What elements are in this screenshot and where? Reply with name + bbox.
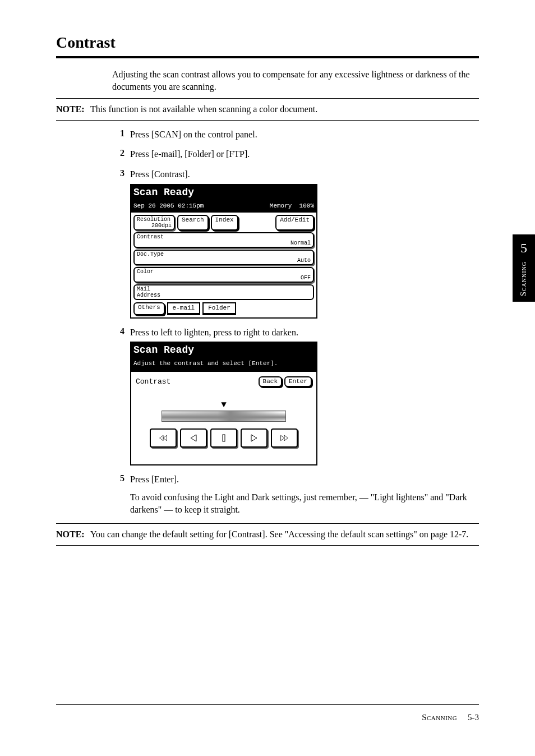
contrast-label: Contrast xyxy=(136,377,170,387)
step-number: 4 xyxy=(112,326,124,336)
slider-pointer-icon: ▼ xyxy=(136,400,312,409)
chapter-label: Scanning xyxy=(519,261,528,296)
step-number: 2 xyxy=(112,148,124,158)
lcd-screen-scan-ready: Scan Ready Sep 26 2005 02:15pm Memory 10… xyxy=(130,184,317,319)
step-body: Press [Enter]. To avoid confusing the Li… xyxy=(130,473,479,515)
mail-address-button[interactable]: Mail Address xyxy=(133,284,314,300)
step-extra-text: To avoid confusing the Light and Dark se… xyxy=(130,491,479,515)
step-text: Press [Enter]. xyxy=(130,473,479,486)
lcd-bottom-row: Others e-mail Folder xyxy=(133,302,314,315)
lcd-subtitle: Adjust the contrast and select [Enter]. xyxy=(130,358,317,371)
title-rule xyxy=(56,56,479,58)
step-number: 1 xyxy=(112,128,124,139)
step-4: 4 Press to left to lighten, press to rig… xyxy=(112,326,479,466)
darken-button[interactable] xyxy=(241,428,268,448)
right-arrow-icon xyxy=(250,434,259,442)
step-text: Press [Contrast]. xyxy=(130,169,190,179)
step-3: 3 Press [Contrast]. Scan Ready Sep 26 20… xyxy=(112,168,479,319)
lcd-memory: Memory 100% xyxy=(270,202,314,210)
search-button[interactable]: Search xyxy=(177,215,209,231)
index-button[interactable]: Index xyxy=(211,215,238,231)
steps-list: 1 Press [SCAN] on the control panel. 2 P… xyxy=(112,128,479,515)
lcd-screen-contrast: Scan Ready Adjust the contrast and selec… xyxy=(130,342,317,465)
lighten-fast-button[interactable] xyxy=(150,428,177,448)
divider xyxy=(56,523,479,524)
step-number: 3 xyxy=(112,168,124,178)
email-tab[interactable]: e-mail xyxy=(167,302,201,315)
footer-text: Scanning 5-3 xyxy=(56,713,479,722)
double-right-arrow-icon xyxy=(280,434,289,442)
footer-rule xyxy=(56,704,479,705)
step-body: Press [Contrast]. Scan Ready Sep 26 2005… xyxy=(130,168,479,319)
enter-button[interactable]: Enter xyxy=(284,376,312,387)
contrast-button[interactable]: Contrast Normal xyxy=(133,232,314,248)
darken-fast-button[interactable] xyxy=(271,428,298,448)
chapter-number: 5 xyxy=(520,241,527,256)
divider xyxy=(56,545,479,546)
lcd-body: Contrast Back Enter ▼ xyxy=(130,371,317,465)
step-text: Press [SCAN] on the control panel. xyxy=(130,128,479,141)
divider xyxy=(56,120,479,121)
lighten-button[interactable] xyxy=(180,428,207,448)
note-2: NOTE: You can change the default setting… xyxy=(56,528,479,541)
doctype-button[interactable]: Doc.Type Auto xyxy=(133,250,314,265)
note-text: You can change the default setting for [… xyxy=(90,528,468,541)
folder-tab[interactable]: Folder xyxy=(202,302,236,315)
center-bar-icon xyxy=(219,434,228,442)
lcd-top-row: Contrast Back Enter xyxy=(136,376,312,387)
double-left-arrow-icon xyxy=(159,434,168,442)
slider-buttons xyxy=(136,428,312,448)
left-arrow-icon xyxy=(189,434,198,442)
step-text: Press [e-mail], [Folder] or [FTP]. xyxy=(130,148,479,160)
note-label: NOTE: xyxy=(56,528,87,541)
page-footer: Scanning 5-3 xyxy=(56,704,479,722)
others-button[interactable]: Others xyxy=(133,302,165,315)
step-number: 5 xyxy=(112,473,124,483)
lcd-body: Resolution 200dpi Search Index Add/Edit … xyxy=(130,211,317,319)
step-2: 2 Press [e-mail], [Folder] or [FTP]. xyxy=(112,148,479,160)
note-label: NOTE: xyxy=(56,103,87,116)
lcd-status-bar: Sep 26 2005 02:15pm Memory 100% xyxy=(130,201,317,211)
svg-rect-0 xyxy=(223,435,225,441)
add-edit-button[interactable]: Add/Edit xyxy=(275,215,314,231)
step-text: Press to left to lighten, press to right… xyxy=(130,328,298,337)
footer-page-number: 5-3 xyxy=(468,713,479,722)
note-text: This function is not available when scan… xyxy=(90,103,317,116)
lcd-title: Scan Ready xyxy=(130,184,317,201)
color-button[interactable]: Color OFF xyxy=(133,267,314,283)
chapter-side-tab: 5 Scanning xyxy=(513,234,535,302)
resolution-button[interactable]: Resolution 200dpi xyxy=(133,215,175,231)
page-title: Contrast xyxy=(56,34,479,52)
divider xyxy=(56,98,479,99)
footer-section: Scanning xyxy=(422,713,457,722)
contrast-slider: ▼ xyxy=(136,400,312,448)
note-1: NOTE: This function is not available whe… xyxy=(56,103,479,116)
step-5: 5 Press [Enter]. To avoid confusing the … xyxy=(112,473,479,515)
lcd-top-row: Resolution 200dpi Search Index Add/Edit xyxy=(133,215,314,231)
back-button[interactable]: Back xyxy=(259,376,282,387)
slider-track[interactable] xyxy=(162,411,286,422)
intro-paragraph: Adjusting the scan contrast allows you t… xyxy=(112,68,479,93)
lcd-title: Scan Ready xyxy=(130,342,317,358)
page: Contrast Adjusting the scan contrast all… xyxy=(0,0,535,756)
step-1: 1 Press [SCAN] on the control panel. xyxy=(112,128,479,141)
lcd-left-column: Contrast Normal Doc.Type Auto Color OFF xyxy=(133,232,314,300)
step-body: Press to left to lighten, press to right… xyxy=(130,326,479,466)
lcd-datetime: Sep 26 2005 02:15pm xyxy=(133,202,204,210)
center-button[interactable] xyxy=(210,428,237,448)
